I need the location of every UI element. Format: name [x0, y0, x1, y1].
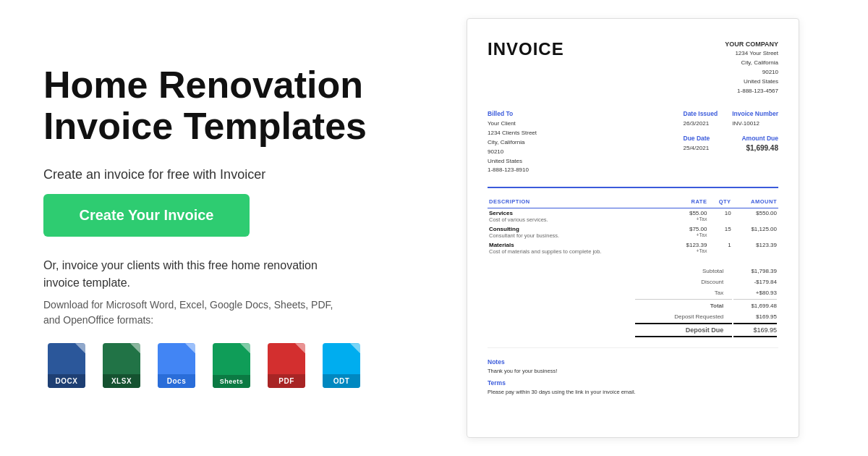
table-row: Materials Cost of materials and supplies…	[488, 240, 778, 256]
invoice-footer: Notes Thank you for your business! Terms…	[488, 347, 778, 397]
invoice-summary: Subtotal $1,798.39 Discount -$179.84 Tax…	[488, 265, 778, 339]
discount-value: -$179.84	[733, 277, 777, 287]
summary-table: Subtotal $1,798.39 Discount -$179.84 Tax…	[634, 265, 778, 339]
pdf-icon[interactable]: PDF	[263, 339, 310, 392]
summary-deposit-requested-row: Deposit Requested $169.95	[635, 312, 777, 321]
invoice-billing: Billed To Your Client 1234 Clients Stree…	[488, 110, 778, 175]
invoice-table: DESCRIPTION RATE QTY AMOUNT Services Cos…	[488, 195, 778, 256]
due-date-value: 25/4/2021	[684, 144, 718, 153]
create-invoice-button[interactable]: Create Your Invoice	[43, 194, 250, 237]
subtotal-label: Subtotal	[635, 266, 732, 276]
tax-label: Tax	[635, 288, 732, 297]
billed-to-label: Billed To	[488, 110, 537, 117]
download-text: Download for Microsoft Word, Excel, Goog…	[43, 297, 347, 328]
terms-value: Please pay within 30 days using the link…	[488, 388, 778, 396]
discount-label: Discount	[635, 277, 732, 287]
format-icons-container: DOCX XLSX Docs Sheets PDF	[43, 339, 369, 392]
total-value: $1,699.48	[733, 299, 777, 311]
table-row: Consulting Consultant for your business.…	[488, 224, 778, 240]
billed-to-name: Your Client	[488, 119, 537, 129]
invoice-number-value: INV-10012	[732, 119, 778, 129]
terms-label: Terms	[488, 379, 778, 387]
col-qty: QTY	[708, 195, 732, 208]
summary-subtotal-row: Subtotal $1,798.39	[635, 266, 777, 276]
item-amount-cell: $1,125.00	[733, 224, 778, 240]
item-amount-cell: $123.39	[733, 240, 778, 256]
company-address: 1234 Your Street City, California 90210 …	[725, 49, 778, 96]
odt-icon[interactable]: ODT	[318, 339, 365, 392]
invoice-number-amount-block: Invoice Number INV-10012 Amount Due $1,6…	[732, 110, 778, 175]
company-name: YOUR COMPANY	[725, 39, 778, 49]
deposit-due-value: $169.95	[733, 323, 777, 337]
item-desc-cell: Materials Cost of materials and supplies…	[488, 240, 671, 256]
total-label: Total	[635, 299, 732, 311]
tax-value: +$80.93	[733, 288, 777, 297]
summary-discount-row: Discount -$179.84	[635, 277, 777, 287]
date-issued-block: Date Issued 26/3/2021 Due Date 25/4/2021	[684, 110, 718, 175]
xlsx-icon[interactable]: XLSX	[98, 339, 145, 392]
item-qty-cell: 15	[708, 224, 732, 240]
invoice-divider	[488, 187, 778, 188]
summary-deposit-due-row: Deposit Due $169.95	[635, 323, 777, 337]
invoice-title: INVOICE	[488, 39, 564, 59]
item-qty-cell: 10	[708, 208, 732, 225]
item-rate-cell: $123.39 +Tax	[671, 240, 708, 256]
col-rate: RATE	[671, 195, 708, 208]
left-panel: Home Renovation Invoice Templates Create…	[0, 0, 412, 456]
billed-to-block: Billed To Your Client 1234 Clients Stree…	[488, 110, 537, 175]
amount-due-label: Amount Due	[732, 135, 778, 142]
company-info: YOUR COMPANY 1234 Your Street City, Cali…	[725, 39, 778, 96]
billed-to-address: 1234 Clients Street City, California 902…	[488, 129, 537, 175]
summary-total-row: Total $1,699.48	[635, 299, 777, 311]
page-title: Home Renovation Invoice Templates	[43, 64, 369, 147]
item-desc-cell: Services Cost of various services.	[488, 208, 671, 225]
table-row: Services Cost of various services. $55.0…	[488, 208, 778, 225]
notes-label: Notes	[488, 358, 778, 366]
invoice-dates: Date Issued 26/3/2021 Due Date 25/4/2021…	[684, 110, 779, 175]
col-description: DESCRIPTION	[488, 195, 671, 208]
right-panel: INVOICE YOUR COMPANY 1234 Your Street Ci…	[412, 0, 868, 456]
google-sheets-icon[interactable]: Sheets	[208, 339, 255, 392]
item-qty-cell: 1	[708, 240, 732, 256]
date-issued-value: 26/3/2021	[684, 119, 718, 129]
due-date-label: Due Date	[684, 135, 718, 142]
invoice-preview: INVOICE YOUR COMPANY 1234 Your Street Ci…	[467, 18, 799, 438]
item-desc-cell: Consulting Consultant for your business.	[488, 224, 671, 240]
item-rate-cell: $55.00 +Tax	[671, 208, 708, 225]
col-amount: AMOUNT	[733, 195, 778, 208]
subtitle-text: Create an invoice for free with Invoicer	[43, 167, 369, 182]
amount-due-value: $1,699.48	[732, 144, 778, 152]
date-issued-label: Date Issued	[684, 110, 718, 117]
deposit-requested-value: $169.95	[733, 312, 777, 321]
item-rate-cell: $75.00 +Tax	[671, 224, 708, 240]
deposit-due-label: Deposit Due	[635, 323, 732, 337]
item-amount-cell: $550.00	[733, 208, 778, 225]
google-docs-icon[interactable]: Docs	[153, 339, 200, 392]
alt-text: Or, invoice your clients with this free …	[43, 257, 347, 292]
invoice-number-label: Invoice Number	[732, 110, 778, 117]
docx-icon[interactable]: DOCX	[43, 339, 90, 392]
notes-value: Thank you for your business!	[488, 367, 778, 375]
invoice-header: INVOICE YOUR COMPANY 1234 Your Street Ci…	[488, 39, 778, 96]
summary-tax-row: Tax +$80.93	[635, 288, 777, 297]
subtotal-value: $1,798.39	[733, 266, 777, 276]
deposit-requested-label: Deposit Requested	[635, 312, 732, 321]
